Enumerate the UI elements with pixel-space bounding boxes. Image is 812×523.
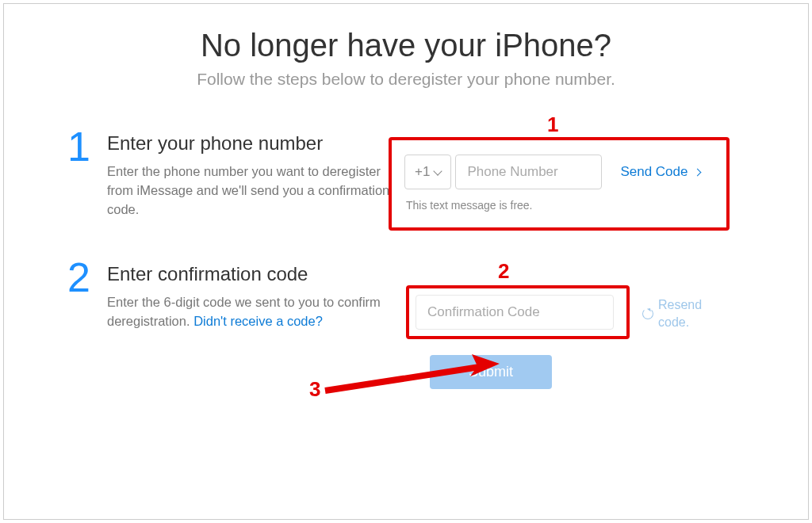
submit-button[interactable]: Submit	[430, 355, 552, 389]
chevron-right-icon	[694, 169, 702, 177]
step-number-1: 1	[67, 126, 107, 167]
step-number-2: 2	[67, 257, 107, 298]
annotation-number-2: 2	[498, 259, 509, 284]
page-title: No longer have your iPhone?	[67, 28, 745, 63]
country-code-select[interactable]: +1	[404, 155, 451, 189]
step-2-title: Enter confirmation code	[107, 263, 393, 285]
refresh-icon	[642, 308, 653, 319]
step-2-row: 2 Enter confirmation code Enter the 6-di…	[67, 263, 745, 331]
annotation-number-1: 1	[547, 113, 558, 137]
phone-number-input[interactable]	[455, 155, 602, 189]
step-1-desc: Enter the phone number you want to dereg…	[107, 162, 393, 220]
sms-free-hint: This text message is free.	[406, 199, 745, 212]
country-code-value: +1	[415, 164, 430, 180]
confirmation-code-input[interactable]	[416, 295, 614, 330]
send-code-link[interactable]: Send Code	[620, 164, 700, 180]
chevron-down-icon	[434, 166, 442, 175]
resend-code-link[interactable]: Resend code.	[642, 296, 706, 332]
annotation-number-3: 3	[309, 377, 320, 402]
page-subtitle: Follow the steps below to deregister you…	[67, 70, 745, 89]
resend-code-label: Resend code.	[658, 296, 706, 332]
send-code-label: Send Code	[620, 164, 688, 179]
step-1-title: Enter your phone number	[107, 132, 393, 155]
didnt-receive-code-link[interactable]: Didn't receive a code?	[193, 314, 323, 328]
step-1-row: 1 Enter your phone number Enter the phon…	[67, 132, 745, 220]
step-2-desc: Enter the 6-digit code we sent to you to…	[107, 293, 393, 331]
